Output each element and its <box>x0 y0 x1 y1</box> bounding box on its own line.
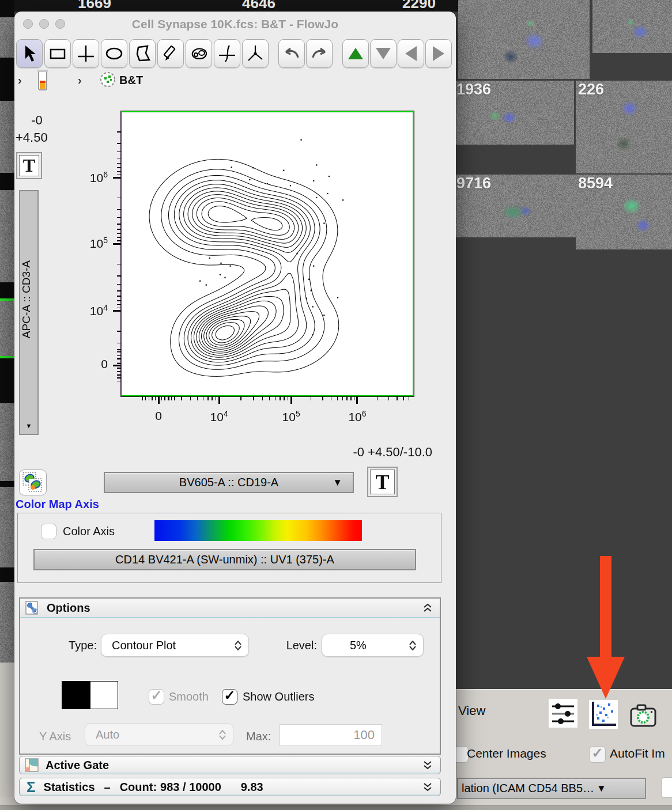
pencil-icon <box>162 45 179 62</box>
contour-plot-canvas <box>122 112 413 395</box>
colormap-gradient-bar <box>154 520 362 541</box>
gallery-image[interactable] <box>458 0 590 79</box>
x-axis-ticks <box>121 396 414 404</box>
pencil-gate-tool[interactable] <box>157 39 184 68</box>
dropdown-arrow-icon: ▼ <box>20 422 37 429</box>
polygon-icon <box>134 45 151 62</box>
partial-control[interactable] <box>661 777 672 798</box>
options-panel: Options Type: Contour Plot Level: 5% <box>19 597 441 755</box>
x-axis-text-button[interactable]: T <box>367 467 398 497</box>
redo-button[interactable] <box>306 39 333 68</box>
contour-color-swatch[interactable] <box>62 681 118 709</box>
statistics-separator: – <box>104 781 111 794</box>
level-label: Level: <box>268 639 317 652</box>
stepper-chevrons-icon <box>219 724 226 745</box>
move-left-button[interactable] <box>398 39 424 68</box>
cursor-icon <box>22 45 37 62</box>
statistics-section[interactable]: Σ Statistics – Count: 983 / 10000 9.83 <box>19 778 441 796</box>
expand-chevron-icon[interactable] <box>423 760 432 770</box>
x-tick-label: 104 <box>199 409 239 424</box>
snapshot-button[interactable] <box>629 703 657 728</box>
y-axis-mode-value: Auto <box>96 728 119 741</box>
y-tick-label: 104 <box>72 303 108 318</box>
expand-chevron-icon[interactable] <box>423 782 432 792</box>
quadrant-icon <box>77 44 95 63</box>
statistics-count-label: Count: <box>120 781 157 794</box>
polygon-gate-tool[interactable] <box>129 39 156 68</box>
autofit-label: AutoFit Im <box>610 747 665 760</box>
scatter-plot-button[interactable] <box>589 700 618 729</box>
move-up-button[interactable] <box>342 39 369 68</box>
window-title: Cell Synapse 10K.fcs: B&T - FlowJo <box>14 17 456 31</box>
y-tick-label: 105 <box>72 236 108 251</box>
x-transform-note: -0 +4.50/-10.0 <box>205 445 432 460</box>
max-label: Max: <box>246 730 271 743</box>
quadrant-gate-tool[interactable] <box>73 39 99 68</box>
background-color-swatch[interactable] <box>90 681 118 709</box>
breadcrumb-chevron[interactable]: › <box>78 74 82 87</box>
options-wrench-icon <box>25 600 40 615</box>
move-down-button[interactable] <box>370 39 397 68</box>
gallery-image[interactable]: 8594 <box>576 175 672 249</box>
ellipse-icon <box>105 47 123 60</box>
adjustments-button[interactable] <box>549 699 577 728</box>
statistics-count-value: 983 / 10000 <box>160 781 221 794</box>
show-outliers-checkbox[interactable]: ✓ <box>222 689 237 705</box>
contour-level-dropdown[interactable]: 5% <box>322 634 424 657</box>
max-input[interactable]: 100 <box>280 724 382 746</box>
breadcrumb-population-label[interactable]: B&T <box>119 74 143 87</box>
x-axis-parameter-label: BV605-A :: CD19-A <box>179 476 278 489</box>
options-title: Options <box>47 601 90 615</box>
gallery-image[interactable]: 9716 <box>454 175 577 237</box>
y-axis-text-button[interactable]: T <box>16 152 42 179</box>
max-input-value: 100 <box>353 728 375 743</box>
overlay-dropdown-label: lation (ICAM CD54 BB5… <box>462 782 594 795</box>
move-right-button[interactable] <box>425 39 452 68</box>
contour-plot-area[interactable] <box>121 111 414 396</box>
statistics-percent: 9.83 <box>241 781 263 794</box>
y-tick-label: 0 <box>72 357 108 371</box>
y-axis-parameter-button[interactable]: APC-A :: CD3-A ▼ <box>19 190 39 435</box>
overlay-parameter-dropdown[interactable]: lation (ICAM CD54 BB5… ▼ <box>457 778 646 799</box>
y-axis-ticks <box>113 111 121 396</box>
population-icon[interactable] <box>100 71 116 88</box>
redo-icon <box>311 46 328 61</box>
foreground-color-swatch[interactable] <box>62 681 90 709</box>
colormap-parameter-button[interactable]: CD14 BV421-A (SW-unmix) :: UV1 (375)-A <box>33 549 416 570</box>
color-map-axis-link[interactable]: Color Map Axis <box>16 498 99 511</box>
axis-options-button[interactable] <box>19 470 47 495</box>
camera-icon <box>629 703 657 728</box>
ellipse-gate-tool[interactable] <box>101 39 127 68</box>
autofit-checkbox[interactable]: ✓ <box>589 746 606 763</box>
x-axis-parameter-dropdown[interactable]: BV605-A :: CD19-A ▼ <box>104 472 354 493</box>
options-header[interactable]: Options <box>20 599 440 618</box>
right-triangle-icon <box>431 45 446 62</box>
color-axis-checkbox[interactable] <box>41 524 56 539</box>
breadcrumb-chevron[interactable]: › <box>18 74 22 87</box>
selection-highlight <box>0 356 14 358</box>
gallery-image[interactable]: 226 <box>576 81 672 173</box>
screen: { "window": {"title": "Cell Synapse 10K.… <box>0 0 672 810</box>
sample-tube-icon[interactable] <box>36 69 49 92</box>
select-arrow-tool[interactable] <box>16 39 43 68</box>
active-gate-section[interactable]: Active Gate <box>19 756 441 774</box>
plot-type-dropdown[interactable]: Contour Plot <box>101 634 249 657</box>
y-axis-mode-dropdown[interactable]: Auto <box>85 723 233 746</box>
active-gate-icon <box>25 758 39 772</box>
bisector-gate-tool[interactable] <box>214 39 240 68</box>
y-axis-parameter-label: APC-A :: CD3-A <box>20 260 37 338</box>
undo-icon <box>283 46 300 61</box>
stepper-chevrons-icon <box>409 634 416 656</box>
smooth-checkbox[interactable]: ✓ <box>149 689 164 705</box>
spider-gate-tool[interactable] <box>242 39 269 68</box>
active-gate-title: Active Gate <box>46 759 109 772</box>
rectangle-icon <box>49 47 66 60</box>
x-tick-label: 105 <box>271 409 311 424</box>
gallery-image[interactable]: 1936 <box>454 81 574 145</box>
rectangle-gate-tool[interactable] <box>44 39 71 68</box>
gallery-image[interactable] <box>592 0 672 53</box>
down-triangle-icon <box>375 46 392 61</box>
collapse-chevron-icon[interactable] <box>422 603 433 613</box>
freehand-gate-tool[interactable] <box>186 39 212 68</box>
undo-button[interactable] <box>278 39 305 68</box>
